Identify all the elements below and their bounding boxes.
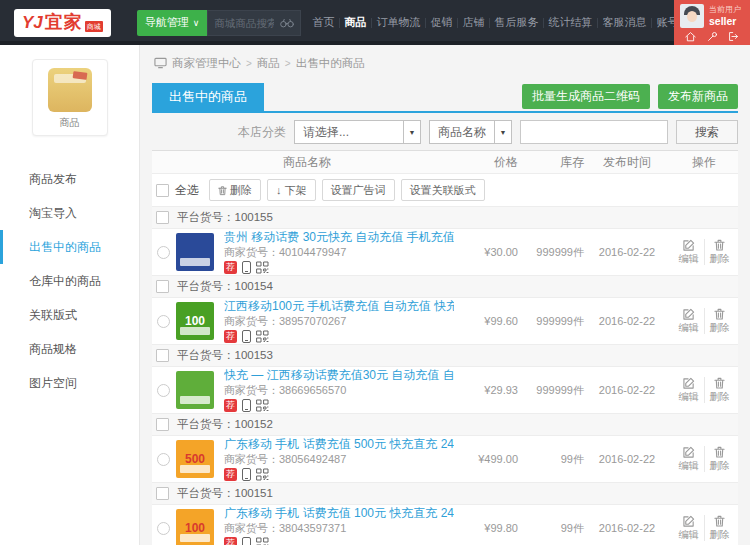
category-select[interactable]: 请选择... ▼ (294, 120, 421, 144)
product-actions: 编辑 删除 (670, 239, 738, 266)
nav-item[interactable]: 订单物流 (372, 2, 424, 43)
settings-wrench-icon[interactable] (707, 31, 718, 42)
product-mini-icons: 荐 (224, 260, 454, 275)
product-radio[interactable] (157, 522, 170, 535)
merchant-sku: 商家货号：38043597371 (224, 521, 454, 535)
product-info: 贵州 移动话费 30元快充 自动充值 手机充值 即时到账 快充 商家货号：401… (224, 230, 462, 275)
batch-delete-button[interactable]: 删除 (209, 179, 261, 201)
delete-row-button[interactable]: 删除 (705, 515, 735, 542)
product-thumbnail[interactable] (176, 371, 214, 409)
product-row: 500 广东移动 手机 话费充值 500元 快充直充 24小时自动充即时到账 商… (152, 436, 738, 482)
nav-item[interactable]: 统计结算 (544, 2, 596, 43)
product-price: ¥99.60 (462, 315, 518, 327)
mobile-preview-icon[interactable] (242, 330, 251, 343)
edit-label: 编辑 (679, 390, 699, 404)
mobile-preview-icon[interactable] (242, 468, 251, 481)
sidebar-item[interactable]: 仓库中的商品 (0, 264, 139, 298)
mobile-preview-icon[interactable] (242, 261, 251, 274)
recommend-badge-icon: 荐 (224, 399, 237, 412)
col-header-goods-name: 商品名称 (152, 154, 462, 171)
sidebar-item[interactable]: 图片空间 (0, 366, 139, 400)
header-search-box[interactable] (207, 10, 301, 36)
product-mini-icons: 荐 (224, 398, 454, 413)
ad-words-button[interactable]: 设置广告词 (322, 179, 395, 201)
qrcode-icon[interactable] (256, 261, 269, 274)
group-checkbox[interactable] (156, 280, 169, 293)
delete-row-button[interactable]: 删除 (705, 446, 735, 473)
keyword-input[interactable] (520, 120, 668, 144)
qrcode-icon[interactable] (256, 537, 269, 545)
goods-module-card[interactable]: 商品 (32, 59, 108, 136)
search-input[interactable] (208, 17, 274, 29)
product-date: 2016-02-22 (584, 522, 670, 534)
sidebar-item[interactable]: 淘宝导入 (0, 196, 139, 230)
qrcode-icon[interactable] (256, 399, 269, 412)
site-logo[interactable]: YJ 宜家 商城 (14, 9, 111, 37)
nav-item[interactable]: 客服消息 (598, 2, 650, 43)
group-checkbox[interactable] (156, 211, 169, 224)
edit-button[interactable]: 编辑 (674, 446, 704, 473)
product-thumbnail[interactable] (176, 233, 214, 271)
batch-qrcode-button[interactable]: 批量生成商品二维码 (522, 84, 650, 109)
product-radio[interactable] (157, 384, 170, 397)
delete-row-button[interactable]: 删除 (705, 239, 735, 266)
trash-icon (714, 308, 725, 320)
search-binoculars-icon[interactable] (274, 18, 300, 28)
sidebar-item[interactable]: 商品规格 (0, 332, 139, 366)
nav-item[interactable]: 促销 (426, 2, 456, 43)
edit-pencil-icon (683, 377, 695, 389)
product-thumbnail[interactable]: 100 (176, 302, 214, 340)
search-button[interactable]: 搜索 (676, 120, 738, 144)
nav-item[interactable]: 商品 (340, 2, 370, 43)
product-radio[interactable] (157, 246, 170, 259)
nav-manage-button[interactable]: 导航管理 ∨ (137, 10, 208, 36)
sidebar-item[interactable]: 商品发布 (0, 162, 139, 196)
delete-label: 删除 (710, 321, 730, 335)
product-title-link[interactable]: 贵州 移动话费 30元快充 自动充值 手机充值 即时到账 快充 (224, 230, 454, 245)
relate-layout-button[interactable]: 设置关联版式 (401, 179, 485, 201)
breadcrumb-item[interactable]: 商品 (257, 56, 280, 71)
edit-button[interactable]: 编辑 (674, 515, 704, 542)
qrcode-icon[interactable] (256, 330, 269, 343)
select-all-checkbox[interactable] (156, 184, 169, 197)
delete-label: 删除 (710, 528, 730, 542)
group-checkbox[interactable] (156, 349, 169, 362)
mobile-preview-icon[interactable] (242, 537, 251, 545)
select-arrow-icon: ▼ (403, 121, 420, 143)
edit-button[interactable]: 编辑 (674, 308, 704, 335)
home-icon[interactable] (685, 31, 696, 42)
product-title-link[interactable]: 广东移动 手机 话费充值 500元 快充直充 24小时自动充即时到账 (224, 437, 454, 452)
offshelf-button[interactable]: ↓ 下架 (267, 179, 316, 201)
product-title-link[interactable]: 快充 — 江西移动话费充值30元 自动充值 自动发货 即时到账 (224, 368, 454, 383)
group-checkbox[interactable] (156, 418, 169, 431)
user-avatar (680, 4, 704, 28)
product-mini-icons: 荐 (224, 329, 454, 344)
nav-item[interactable]: 售后服务 (490, 2, 542, 43)
nav-item[interactable]: 首页 (308, 2, 338, 43)
qrcode-icon[interactable] (256, 468, 269, 481)
tab-selling-goods[interactable]: 出售中的商品 (152, 83, 264, 111)
product-title-link[interactable]: 江西移动100元 手机话费充值 自动充值 快充 即时到账 充值卡 (224, 299, 454, 314)
product-title-link[interactable]: 广东移动 手机 话费充值 100元 快充直充 24小时自动充即时到账 (224, 506, 454, 521)
edit-button[interactable]: 编辑 (674, 377, 704, 404)
product-row: 快充 — 江西移动话费充值30元 自动充值 自动发货 即时到账 商家货号：386… (152, 367, 738, 413)
edit-button[interactable]: 编辑 (674, 239, 704, 266)
recommend-badge-icon: 荐 (224, 537, 237, 545)
search-field-select[interactable]: 商品名称 ▼ (429, 120, 512, 144)
breadcrumb-item[interactable]: 商家管理中心 (172, 56, 241, 71)
sidebar-item[interactable]: 出售中的商品 (0, 230, 139, 264)
nav-item[interactable]: 店铺 (458, 2, 488, 43)
product-radio[interactable] (157, 453, 170, 466)
delete-row-button[interactable]: 删除 (705, 308, 735, 335)
product-radio[interactable] (157, 315, 170, 328)
publish-goods-button[interactable]: 发布新商品 (658, 84, 738, 109)
product-price: ¥29.93 (462, 384, 518, 396)
logout-icon[interactable] (728, 31, 739, 42)
product-thumbnail[interactable]: 100 (176, 509, 214, 545)
product-thumbnail[interactable]: 500 (176, 440, 214, 478)
breadcrumb-item[interactable]: 出售中的商品 (296, 56, 365, 71)
mobile-preview-icon[interactable] (242, 399, 251, 412)
group-checkbox[interactable] (156, 487, 169, 500)
delete-row-button[interactable]: 删除 (705, 377, 735, 404)
sidebar-item[interactable]: 关联版式 (0, 298, 139, 332)
